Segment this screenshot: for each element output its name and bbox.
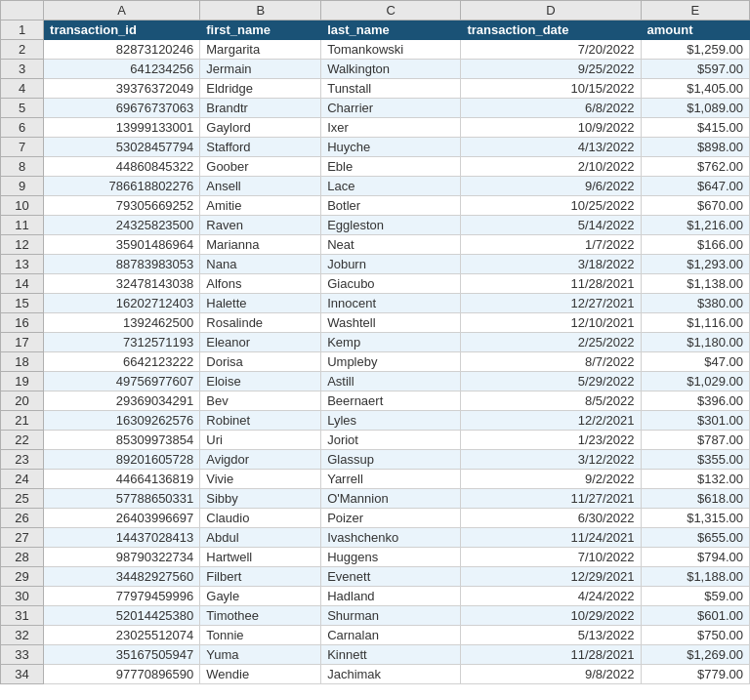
last-name-cell: Kinnett [321, 645, 461, 665]
amount-cell: $655.00 [641, 528, 749, 548]
last-name-cell: Eggleston [321, 216, 461, 235]
first-name-cell: Uri [200, 431, 321, 450]
date-cell: 1/23/2022 [461, 431, 641, 450]
table-row[interactable]: 161392462500RosalindeWashtell12/10/2021$… [1, 313, 750, 333]
first-name-cell: Brandtr [200, 99, 321, 118]
table-row[interactable]: 1949756977607EloiseAstill5/29/2022$1,029… [1, 372, 750, 391]
corner-cell [1, 1, 44, 21]
row-number: 33 [1, 645, 44, 665]
table-row[interactable]: 2116309262576RobinetLyles12/2/2021$301.0… [1, 411, 750, 431]
table-row[interactable]: 1388783983053NanaJoburn3/18/2022$1,293.0… [1, 255, 750, 274]
last-name-cell: Astill [321, 372, 461, 391]
amount-cell: $647.00 [641, 177, 749, 196]
amount-cell: $1,293.00 [641, 255, 749, 274]
table-row[interactable]: 2389201605728AvigdorGlassup3/12/2022$355… [1, 450, 750, 470]
transaction-id-cell: 14437028413 [44, 528, 200, 548]
date-cell: 12/2/2021 [461, 411, 641, 431]
last-name-cell: Shurman [321, 606, 461, 626]
amount-cell: $1,180.00 [641, 333, 749, 352]
table-row[interactable]: 3641234256JermainWalkington9/25/2022$597… [1, 60, 750, 79]
amount-cell: $670.00 [641, 196, 749, 216]
row-number: 19 [1, 372, 44, 391]
table-row[interactable]: 3223025512074TonnieCarnalan5/13/2022$750… [1, 626, 750, 645]
row-number: 22 [1, 431, 44, 450]
row-number: 4 [1, 79, 44, 99]
last-name-cell: Joburn [321, 255, 461, 274]
transaction-id-cell: 98790322734 [44, 548, 200, 567]
date-cell: 10/29/2022 [461, 606, 641, 626]
date-cell: 1/7/2022 [461, 235, 641, 255]
table-row[interactable]: 569676737063BrandtrCharrier6/8/2022$1,08… [1, 99, 750, 118]
col-C[interactable]: C [321, 1, 461, 21]
table-row[interactable]: 2934482927560FilbertEvenett12/29/2021$1,… [1, 567, 750, 587]
transaction-id-cell: 39376372049 [44, 79, 200, 99]
first-name-cell: Gayle [200, 587, 321, 606]
table-row[interactable]: 2444664136819VivieYarrell9/2/2022$132.00 [1, 470, 750, 489]
first-name-cell: Dorisa [200, 352, 321, 372]
first-name-cell: Eloise [200, 372, 321, 391]
date-cell: 7/20/2022 [461, 40, 641, 60]
spreadsheet: A B C D E 1 transaction_id first_name la… [0, 0, 750, 684]
table-row[interactable]: 282873120246MargaritaTomankowski7/20/202… [1, 40, 750, 60]
transaction-id-cell: 32478143038 [44, 274, 200, 294]
first-name-cell: Filbert [200, 567, 321, 587]
amount-cell: $597.00 [641, 60, 749, 79]
last-name-cell: Ixer [321, 118, 461, 138]
col-A[interactable]: A [44, 1, 200, 21]
table-row[interactable]: 2714437028413AbdulIvashchenko11/24/2021$… [1, 528, 750, 548]
amount-cell: $1,259.00 [641, 40, 749, 60]
date-cell: 12/27/2021 [461, 294, 641, 313]
table-row[interactable]: 3077979459996GayleHadland4/24/2022$59.00 [1, 587, 750, 606]
row-number: 26 [1, 509, 44, 528]
last-name-cell: Lace [321, 177, 461, 196]
table-row[interactable]: 2626403996697ClaudioPoizer6/30/2022$1,31… [1, 509, 750, 528]
row-number: 12 [1, 235, 44, 255]
table-row[interactable]: 186642123222DorisaUmpleby8/7/2022$47.00 [1, 352, 750, 372]
table-row[interactable]: 753028457794StaffordHuyche4/13/2022$898.… [1, 138, 750, 157]
table-row[interactable]: 1079305669252AmitieBotler10/25/2022$670.… [1, 196, 750, 216]
row-number: 7 [1, 138, 44, 157]
table-row[interactable]: 2557788650331SibbyO'Mannion11/27/2021$61… [1, 489, 750, 509]
amount-cell: $166.00 [641, 235, 749, 255]
table-row[interactable]: 1432478143038AlfonsGiacubo11/28/2021$1,1… [1, 274, 750, 294]
first-name-cell: Alfons [200, 274, 321, 294]
first-name-cell: Ansell [200, 177, 321, 196]
transaction-id-cell: 44664136819 [44, 470, 200, 489]
first-name-cell: Eldridge [200, 79, 321, 99]
table-row[interactable]: 844860845322GooberEble2/10/2022$762.00 [1, 157, 750, 177]
table-row[interactable]: 439376372049EldridgeTunstall10/15/2022$1… [1, 79, 750, 99]
col-D[interactable]: D [461, 1, 641, 21]
row-number: 5 [1, 99, 44, 118]
date-cell: 10/15/2022 [461, 79, 641, 99]
first-name-cell: Marianna [200, 235, 321, 255]
table-row[interactable]: 1124325823500RavenEggleston5/14/2022$1,2… [1, 216, 750, 235]
amount-cell: $415.00 [641, 118, 749, 138]
table-row[interactable]: 2898790322734HartwellHuggens7/10/2022$79… [1, 548, 750, 567]
first-name-cell: Avigdor [200, 450, 321, 470]
table-row[interactable]: 613999133001GaylordIxer10/9/2022$415.00 [1, 118, 750, 138]
table-row[interactable]: 177312571193EleanorKemp2/25/2022$1,180.0… [1, 333, 750, 352]
col-E[interactable]: E [641, 1, 749, 21]
transaction-id-cell: 29369034291 [44, 391, 200, 411]
table-row[interactable]: 2285309973854UriJoriot1/23/2022$787.00 [1, 431, 750, 450]
date-cell: 3/12/2022 [461, 450, 641, 470]
transaction-id-cell: 35167505947 [44, 645, 200, 665]
row-number: 21 [1, 411, 44, 431]
last-name-cell: Carnalan [321, 626, 461, 645]
table-row[interactable]: 2029369034291BevBeernaert8/5/2022$396.00 [1, 391, 750, 411]
transaction-id-cell: 13999133001 [44, 118, 200, 138]
table-row[interactable]: 9786618802276AnsellLace9/6/2022$647.00 [1, 177, 750, 196]
header-first-name: first_name [200, 21, 321, 40]
table-row[interactable]: 3335167505947YumaKinnett11/28/2021$1,269… [1, 645, 750, 665]
table-row[interactable]: 3152014425380TimotheeShurman10/29/2022$6… [1, 606, 750, 626]
row-num-1: 1 [1, 21, 44, 40]
row-number: 24 [1, 470, 44, 489]
transaction-id-cell: 52014425380 [44, 606, 200, 626]
col-B[interactable]: B [200, 1, 321, 21]
table-row[interactable]: 3497770896590WendieJachimak9/8/2022$779.… [1, 665, 750, 684]
amount-cell: $762.00 [641, 157, 749, 177]
transaction-id-cell: 641234256 [44, 60, 200, 79]
date-cell: 12/10/2021 [461, 313, 641, 333]
table-row[interactable]: 1235901486964MariannaNeat1/7/2022$166.00 [1, 235, 750, 255]
table-row[interactable]: 1516202712403HaletteInnocent12/27/2021$3… [1, 294, 750, 313]
